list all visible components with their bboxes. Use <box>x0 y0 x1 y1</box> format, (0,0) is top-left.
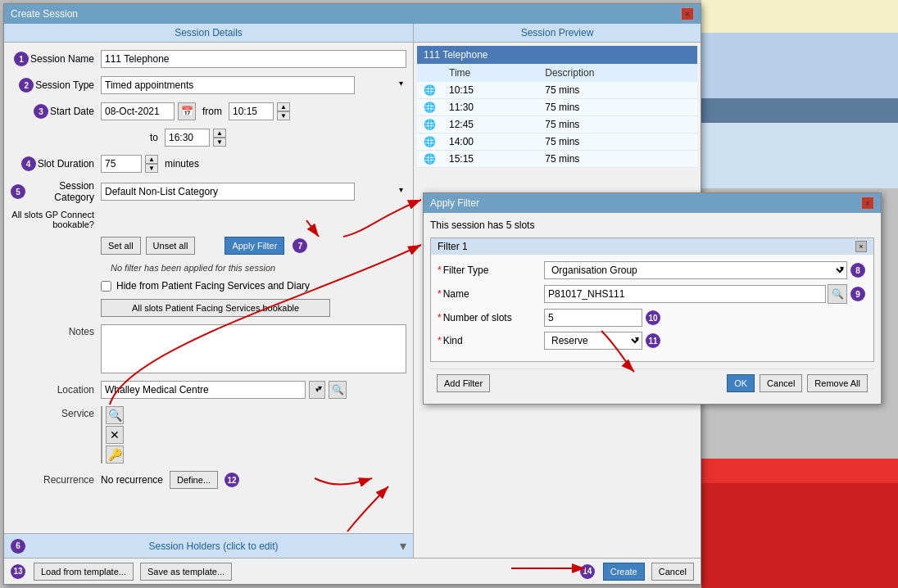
session-category-dropdown[interactable]: Default Non-List Category <box>101 183 355 201</box>
filter-name-search-button[interactable]: 🔍 <box>828 284 847 304</box>
hide-from-label: Hide from Patient Facing Services and Di… <box>116 280 310 292</box>
define-button[interactable]: Define... <box>170 471 218 489</box>
hide-from-checkbox[interactable] <box>101 281 111 292</box>
desc-cell: 75 mins <box>538 82 697 99</box>
session-name-input[interactable] <box>101 50 406 68</box>
col-icon <box>417 64 442 82</box>
start-date-label: Start Date <box>50 106 94 117</box>
gp-connect-label: All slots GP Connect bookable? <box>11 210 101 229</box>
start-date-input[interactable] <box>101 102 175 120</box>
apply-filter-close-button[interactable]: × <box>861 197 874 210</box>
start-date-label-group: 3 Start Date <box>11 104 101 119</box>
service-list[interactable] <box>101 406 102 464</box>
filter-slots-row: * Number of slots 10 <box>438 309 867 327</box>
slot-up[interactable]: ▲ <box>145 155 158 164</box>
create-button[interactable]: Create <box>603 563 645 581</box>
set-all-button[interactable]: Set all <box>101 237 141 255</box>
location-dropdown-btn[interactable]: ▾ <box>309 381 325 399</box>
session-holders-label: Session Holders (click to edit) <box>27 541 400 552</box>
filter-type-dropdown-wrapper: Organisation Group <box>544 261 847 279</box>
badge-12: 12 <box>224 473 239 487</box>
badge-3: 3 <box>34 104 48 119</box>
filter1-panel: Filter 1 × * Filter Type Organisation Gr… <box>430 237 874 362</box>
load-template-button[interactable]: Load from template... <box>34 563 134 581</box>
filter-slots-required: * <box>438 312 442 323</box>
from-time-down[interactable]: ▼ <box>277 111 290 120</box>
service-delete-button[interactable]: ✕ <box>106 426 124 444</box>
location-input[interactable] <box>101 381 306 399</box>
filter-slots-input[interactable] <box>544 309 642 327</box>
table-row: 🌐 10:15 75 mins <box>417 82 697 99</box>
dialog-title: Create Session <box>11 8 78 20</box>
save-template-button[interactable]: Save as template... <box>140 563 232 581</box>
from-time-input[interactable] <box>229 102 274 120</box>
slot-duration-input[interactable] <box>101 155 142 173</box>
apply-filter-dialog: Apply Filter × This session has 5 slots … <box>423 192 882 405</box>
filter-name-label-group: * Name <box>438 288 544 300</box>
globe-icon: 🌐 <box>417 82 442 99</box>
filter-slots-label: Number of slots <box>443 312 512 323</box>
service-controls: 🔍 ✕ 🔑 <box>101 406 124 464</box>
session-type-dropdown[interactable]: Timed appointments <box>101 76 355 94</box>
session-category-label-group: 5 Session Category <box>11 180 101 203</box>
calendar-button[interactable]: 📅 <box>178 102 196 120</box>
from-time-spinner: ▲ ▼ <box>277 102 290 120</box>
to-time-row: to ▲ ▼ <box>11 128 406 147</box>
close-button[interactable]: × <box>681 7 694 20</box>
globe-icon: 🌐 <box>417 151 442 168</box>
slot-down[interactable]: ▼ <box>145 164 158 173</box>
session-type-label: Session Type <box>35 79 94 91</box>
session-name-label: Session Name <box>30 53 94 65</box>
to-time-input[interactable] <box>165 129 210 147</box>
location-search-button[interactable]: 🔍 <box>329 381 347 399</box>
location-row: Location ▾ 🔍 <box>11 380 406 400</box>
filter-type-dropdown[interactable]: Organisation Group <box>544 261 847 279</box>
filter1-label: Filter 1 <box>438 241 468 252</box>
preview-title: 111 Telephone <box>417 46 697 64</box>
to-time-down[interactable]: ▼ <box>213 138 226 147</box>
session-holders-bar[interactable]: 6 Session Holders (click to edit) ▾ <box>4 533 413 558</box>
badge-10: 10 <box>646 310 660 325</box>
unset-all-button[interactable]: Unset all <box>146 237 196 255</box>
time-cell: 12:45 <box>442 116 538 133</box>
filter-cancel-button[interactable]: Cancel <box>760 374 802 392</box>
filter1-form: * Filter Type Organisation Group 8 * Nam… <box>431 255 873 361</box>
filter1-close-button[interactable]: × <box>855 241 867 252</box>
filter-kind-dropdown[interactable]: Reserve <box>544 332 642 350</box>
desc-cell: 75 mins <box>538 116 697 133</box>
time-cell: 10:15 <box>442 82 538 99</box>
to-label: to <box>150 132 158 143</box>
badge-6: 6 <box>11 539 25 554</box>
notes-input[interactable] <box>101 324 406 373</box>
preview-table: 111 Telephone Time Description 🌐 10:15 7… <box>417 46 697 168</box>
table-row: 🌐 14:00 75 mins <box>417 133 697 151</box>
service-row: Service 🔍 ✕ 🔑 <box>11 406 406 464</box>
slots-info: This session has 5 slots <box>430 219 874 231</box>
session-preview-header: Session Preview <box>414 24 701 43</box>
filter-type-row: * Filter Type Organisation Group 8 <box>438 261 867 279</box>
to-time-up[interactable]: ▲ <box>213 129 226 138</box>
time-cell: 11:30 <box>442 99 538 116</box>
filter-name-input[interactable] <box>544 285 826 303</box>
service-action-buttons: 🔍 ✕ 🔑 <box>106 406 124 464</box>
add-filter-button[interactable]: Add Filter <box>437 374 490 392</box>
desc-cell: 75 mins <box>538 99 697 116</box>
apply-filter-button[interactable]: Apply Filter <box>224 237 284 255</box>
filter-ok-button[interactable]: OK <box>727 374 755 392</box>
globe-icon: 🌐 <box>417 116 442 133</box>
service-add-button[interactable]: 🔍 <box>106 406 124 424</box>
service-key-button[interactable]: 🔑 <box>106 446 124 464</box>
remove-all-button[interactable]: Remove All <box>807 374 868 392</box>
from-label: from <box>202 106 222 117</box>
all-slots-button[interactable]: All slots Patient Facing Services bookab… <box>101 299 330 317</box>
time-cell: 15:15 <box>442 151 538 168</box>
recurrence-row: Recurrence No recurrence Define... 12 <box>11 470 406 490</box>
filter-kind-dropdown-wrapper: Reserve <box>544 332 642 350</box>
cancel-button[interactable]: Cancel <box>651 563 694 581</box>
preview-content: 111 Telephone Time Description 🌐 10:15 7… <box>414 43 701 171</box>
col-desc: Description <box>538 64 697 82</box>
filter-status-text: No filter has been applied for this sess… <box>107 262 406 274</box>
badge-5: 5 <box>11 184 25 199</box>
badge-1: 1 <box>14 52 29 66</box>
from-time-up[interactable]: ▲ <box>277 102 290 111</box>
